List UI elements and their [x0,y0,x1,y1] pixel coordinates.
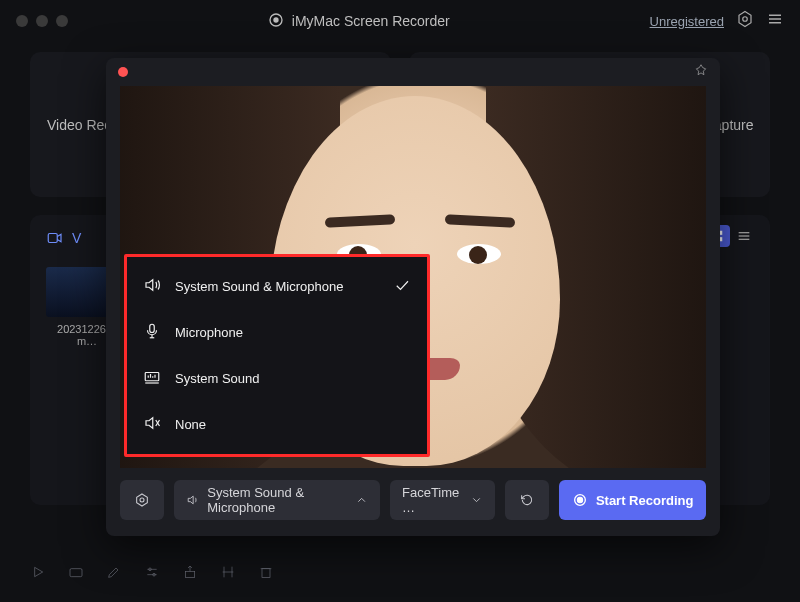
svg-rect-31 [150,324,155,332]
checkmark-icon [393,276,411,297]
system-sound-icon [143,368,161,389]
audio-option-label: None [175,417,206,432]
svg-marker-15 [35,567,43,576]
window-titlebar: iMyMac Screen Recorder Unregistered [0,0,800,42]
minimize-window-dot[interactable] [36,15,48,27]
svg-rect-21 [185,571,194,577]
svg-rect-16 [70,569,82,577]
app-title: iMyMac Screen Recorder [68,12,650,31]
svg-point-3 [743,17,748,22]
list-view-button[interactable] [732,225,756,247]
sliders-icon[interactable] [144,564,160,584]
recording-indicator-icon [118,67,128,77]
zoom-window-dot[interactable] [56,15,68,27]
settings-gear-icon[interactable] [736,10,754,32]
audio-option-label: System Sound [175,371,260,386]
audio-option-label: Microphone [175,325,243,340]
edit-pencil-icon[interactable] [106,564,122,584]
svg-rect-25 [262,569,270,578]
registration-status-link[interactable]: Unregistered [650,14,724,29]
camera-source-dropdown[interactable]: FaceTime … [390,480,495,520]
export-icon[interactable] [182,564,198,584]
camera-source-label: FaceTime … [402,485,462,515]
library-filter-label: V [72,230,81,246]
svg-point-30 [577,497,582,502]
audio-option-microphone[interactable]: Microphone [127,314,427,351]
overlay-settings-button[interactable] [120,480,164,520]
start-recording-button[interactable]: Start Recording [559,480,706,520]
play-icon[interactable] [30,564,46,584]
mute-icon [143,414,161,435]
pin-window-button[interactable] [694,63,708,81]
folder-icon[interactable] [68,564,84,584]
app-title-text: iMyMac Screen Recorder [292,13,450,29]
chevron-down-icon [470,492,483,508]
svg-rect-34 [145,373,159,381]
chevron-up-icon [355,492,368,508]
svg-rect-7 [48,234,57,243]
audio-source-dropdown[interactable]: System Sound & Microphone [174,480,380,520]
bottom-toolbar [30,564,770,584]
microphone-icon [143,322,161,343]
svg-point-1 [273,17,278,22]
hamburger-menu-icon[interactable] [766,10,784,32]
audio-source-menu: System Sound & Microphone Microphone Sys… [124,254,430,457]
svg-point-28 [140,498,144,502]
speaker-icon [186,492,199,508]
convert-icon[interactable] [220,564,236,584]
svg-marker-27 [137,494,148,506]
trash-icon[interactable] [258,564,274,584]
record-circle-icon [572,492,588,508]
audio-option-none[interactable]: None [127,406,427,443]
audio-option-system-sound[interactable]: System Sound [127,360,427,397]
audio-source-label: System Sound & Microphone [207,485,346,515]
speaker-waves-icon [143,276,161,297]
window-traffic-lights[interactable] [16,15,68,27]
close-window-dot[interactable] [16,15,28,27]
svg-marker-2 [739,12,751,27]
audio-option-label: System Sound & Microphone [175,279,343,294]
audio-option-system-and-mic[interactable]: System Sound & Microphone [127,268,427,305]
record-target-icon [268,12,284,31]
undo-button[interactable] [505,480,549,520]
start-recording-label: Start Recording [596,493,694,508]
